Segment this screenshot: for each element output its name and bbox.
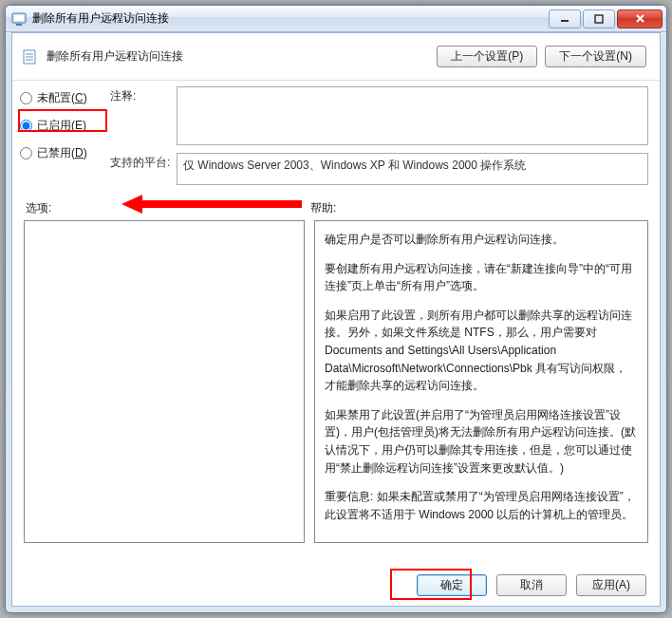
previous-setting-button[interactable]: 上一个设置(P): [437, 46, 537, 67]
radio-not-configured-input[interactable]: [20, 92, 32, 104]
close-button[interactable]: [617, 9, 663, 28]
footer: 确定 取消 应用(A): [12, 564, 660, 606]
help-p2: 要创建所有用户远程访问连接，请在“新建连接向导”中的“可用连接”页上单击“所有用…: [325, 260, 638, 295]
platform-row: 支持的平台: 仅 Windows Server 2003、Windows XP …: [110, 153, 648, 185]
options-pane[interactable]: [24, 220, 305, 543]
radio-disabled[interactable]: 已禁用(D): [20, 145, 110, 161]
svg-rect-4: [595, 15, 603, 23]
dialog-window: 删除所有用户远程访问连接 删除所有用户远程访问连接: [5, 5, 667, 613]
header-row: 删除所有用户远程访问连接 上一个设置(P) 下一个设置(N): [12, 33, 660, 81]
svg-rect-1: [14, 15, 24, 21]
fields-column: 注释: 支持的平台: 仅 Windows Server 2003、Windows…: [110, 86, 648, 185]
help-p5: 重要信息: 如果未配置或禁用了“为管理员启用网络连接设置”，此设置将不适用于 W…: [325, 488, 638, 523]
svg-rect-2: [16, 24, 22, 26]
help-p3: 如果启用了此设置，则所有用户都可以删除共享的远程访问连接。另外，如果文件系统是 …: [325, 307, 638, 395]
app-icon: [11, 11, 27, 27]
help-pane[interactable]: 确定用户是否可以删除所有用户远程访问连接。 要创建所有用户远程访问连接，请在“新…: [314, 220, 648, 543]
platform-label: 支持的平台:: [110, 153, 177, 171]
apply-label: 应用(A): [592, 578, 630, 591]
ok-button[interactable]: 确定: [417, 574, 487, 596]
help-p4: 如果禁用了此设置(并启用了“为管理员启用网络连接设置”设置)，用户(包括管理员)…: [325, 406, 638, 477]
radio-enabled-input[interactable]: [20, 120, 32, 132]
mid-labels: 选项: 帮助:: [12, 187, 660, 220]
policy-title: 删除所有用户远程访问连接: [47, 48, 429, 65]
radio-enabled-label: 已启用(E): [37, 118, 86, 134]
radio-disabled-input[interactable]: [20, 147, 32, 159]
radio-not-configured[interactable]: 未配置(C): [20, 90, 110, 106]
panes: 确定用户是否可以删除所有用户远程访问连接。 要创建所有用户远程访问连接，请在“新…: [12, 220, 660, 543]
comment-input[interactable]: [177, 86, 648, 145]
maximize-button[interactable]: [583, 9, 615, 28]
cancel-button[interactable]: 取消: [496, 574, 567, 596]
cancel-label: 取消: [520, 578, 543, 591]
help-p1: 确定用户是否可以删除所有用户远程访问连接。: [325, 231, 638, 249]
radio-column: 未配置(C) 已启用(E) 已禁用(D): [20, 86, 110, 185]
options-label: 选项:: [26, 200, 310, 216]
next-label: 下一个设置(N): [559, 49, 632, 63]
policy-icon: [22, 48, 39, 66]
next-setting-button[interactable]: 下一个设置(N): [545, 46, 646, 67]
comment-label: 注释:: [110, 86, 177, 104]
window-title: 删除所有用户远程访问连接: [32, 10, 547, 27]
prev-label: 上一个设置(P): [451, 49, 523, 63]
titlebar[interactable]: 删除所有用户远程访问连接: [6, 6, 666, 32]
window-controls: [547, 9, 663, 28]
comment-row: 注释:: [110, 86, 648, 145]
radio-disabled-label: 已禁用(D): [37, 145, 87, 161]
config-area: 未配置(C) 已启用(E) 已禁用(D) 注释: 支持的平台:: [12, 81, 660, 187]
content-area: 删除所有用户远程访问连接 上一个设置(P) 下一个设置(N) 未配置(C) 已启…: [11, 32, 661, 607]
apply-button[interactable]: 应用(A): [576, 574, 646, 596]
radio-enabled[interactable]: 已启用(E): [20, 118, 110, 134]
help-label: 帮助:: [310, 200, 336, 216]
radio-not-configured-label: 未配置(C): [37, 90, 87, 106]
ok-label: 确定: [440, 578, 463, 591]
minimize-button[interactable]: [549, 9, 581, 28]
platform-text: 仅 Windows Server 2003、Windows XP 和 Windo…: [177, 153, 648, 185]
